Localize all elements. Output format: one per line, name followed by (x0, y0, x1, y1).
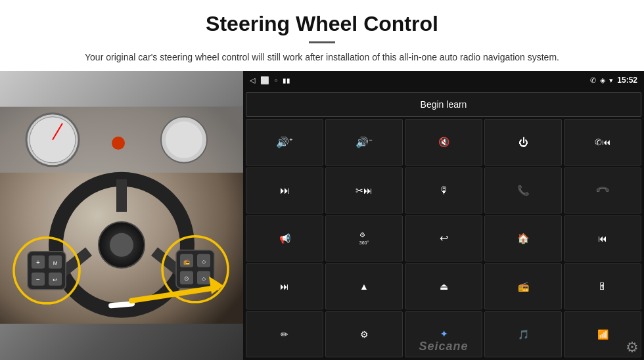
prev-prev-button[interactable]: ⏮ (564, 215, 641, 261)
svg-text:−: − (36, 276, 40, 283)
recents-nav-icon[interactable]: ▫ (275, 76, 277, 84)
steering-wheel-svg: + M − ↩ 📻 ◇ ⊙ ◇ (0, 71, 243, 360)
pen-icon: ✏ (281, 329, 288, 340)
eject-button[interactable]: ⏏ (405, 263, 482, 309)
speaker-icon: 📢 (279, 233, 290, 244)
mic-icon: 🎙 (439, 185, 449, 196)
page-wrapper: Steering Wheel Control Your original car… (0, 0, 644, 360)
page-title: Steering Wheel Control (39, 12, 605, 36)
hang-up-icon: 📞 (595, 183, 610, 198)
phone-signal-icon: ✆ (590, 76, 596, 85)
gps-icon: ◈ (600, 76, 605, 85)
svg-text:◇: ◇ (202, 276, 206, 282)
camera-360-icon: ⚙360° (359, 231, 369, 246)
android-screen: ◁ ⬜ ▫ ▮▮ ✆ ◈ ▾ 15:52 Begin learn (243, 71, 644, 360)
subtitle-text: Your original car's steering wheel contr… (53, 50, 591, 64)
svg-text:📻: 📻 (183, 258, 190, 265)
svg-point-7 (112, 137, 125, 150)
title-divider (309, 41, 335, 43)
home-icon: 🏠 (517, 233, 530, 244)
phone-prev-button[interactable]: ✆⏮ (564, 119, 641, 165)
radio-button[interactable]: 📻 (484, 263, 562, 309)
prev-prev-icon: ⏮ (598, 233, 607, 244)
next-next-button[interactable]: ⏭ (246, 263, 323, 309)
power-icon: ⏻ (518, 137, 528, 148)
next-next-icon: ⏭ (280, 281, 289, 292)
notification-icon: ▮▮ (283, 77, 290, 84)
hang-up-button[interactable]: 📞 (564, 168, 641, 214)
svg-point-6 (166, 122, 202, 158)
svg-text:↩: ↩ (53, 277, 58, 283)
eject-icon: ⏏ (440, 281, 448, 292)
car-image-area: + M − ↩ 📻 ◇ ⊙ ◇ (0, 71, 243, 360)
gear-settings-button[interactable]: ⚙ (626, 339, 639, 356)
android-statusbar: ◁ ⬜ ▫ ▮▮ ✆ ◈ ▾ 15:52 (243, 71, 644, 89)
begin-learn-button[interactable]: Begin learn (246, 92, 641, 117)
pen-button[interactable]: ✏ (246, 311, 323, 357)
next-track-button[interactable]: ⏭ (246, 168, 323, 214)
svg-text:◇: ◇ (202, 259, 206, 265)
svg-text:M: M (53, 260, 58, 266)
navigate-icon: ▲ (359, 281, 369, 292)
home-button[interactable]: 🏠 (484, 215, 562, 261)
radio-icon: 📻 (518, 281, 529, 292)
wifi-icon: ▾ (609, 76, 613, 85)
phone-icon: 📞 (517, 185, 530, 196)
signal-icon: 📶 (597, 329, 609, 340)
settings-button[interactable]: ⚙ (325, 311, 403, 357)
status-left: ◁ ⬜ ▫ ▮▮ (250, 76, 290, 85)
navigate-button[interactable]: ▲ (325, 263, 403, 309)
back-nav-icon[interactable]: ◁ (250, 76, 255, 85)
mute-button[interactable]: 🔇 (405, 119, 482, 165)
music-button[interactable]: 🎵 (484, 311, 562, 357)
fast-forward-button[interactable]: ✂⏭ (325, 168, 403, 214)
svg-text:+: + (36, 259, 40, 266)
settings-icon: ⚙ (360, 329, 369, 340)
mute-icon: 🔇 (438, 137, 449, 147)
phone-button[interactable]: 📞 (484, 168, 562, 214)
back-button[interactable]: ↩ (405, 215, 482, 261)
equalizer-icon: 🎚 (598, 281, 607, 292)
back-icon: ↩ (440, 232, 448, 244)
next-track-icon: ⏭ (280, 185, 290, 196)
fast-forward-icon: ✂⏭ (356, 185, 373, 196)
clock-display: 15:52 (617, 76, 637, 85)
vol-up-button[interactable]: 🔊+ (246, 119, 323, 165)
power-button[interactable]: ⏻ (484, 119, 562, 165)
vol-up-icon: 🔊+ (276, 136, 292, 148)
vol-down-icon: 🔊− (356, 136, 372, 148)
svg-text:⊙: ⊙ (184, 275, 189, 282)
content-row: + M − ↩ 📻 ◇ ⊙ ◇ (0, 71, 644, 360)
header-section: Steering Wheel Control Your original car… (0, 0, 644, 71)
mic-button[interactable]: 🎙 (405, 168, 482, 214)
svg-point-13 (110, 233, 133, 257)
camera-360-button[interactable]: ⚙360° (325, 215, 403, 261)
bluetooth-icon: ✦ (440, 329, 448, 339)
home-nav-icon[interactable]: ⬜ (260, 76, 269, 85)
android-content: Begin learn 🔊+ 🔊− 🔇 ⏻ (243, 89, 644, 360)
vol-down-button[interactable]: 🔊− (325, 119, 403, 165)
music-icon: 🎵 (518, 329, 529, 340)
speaker-button[interactable]: 📢 (246, 215, 323, 261)
control-grid: 🔊+ 🔊− 🔇 ⏻ ✆⏮ ⏭ (246, 119, 641, 357)
phone-prev-icon: ✆⏮ (595, 137, 610, 147)
bluetooth-button[interactable]: ✦ (405, 311, 482, 357)
status-right: ✆ ◈ ▾ 15:52 (590, 76, 637, 85)
equalizer-button[interactable]: 🎚 (564, 263, 641, 309)
